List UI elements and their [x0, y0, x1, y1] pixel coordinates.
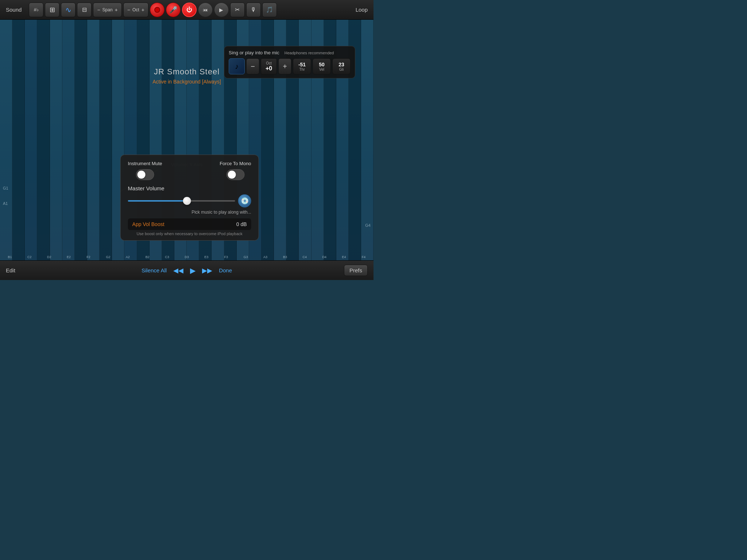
fast-forward-button[interactable]: ▶▶: [202, 267, 212, 275]
key-label: C4: [295, 255, 314, 259]
music-note-button[interactable]: 🎵: [262, 3, 277, 17]
record-icon: [154, 7, 160, 13]
mic-panel-header: Sing or play into the mic Headphones rec…: [229, 50, 351, 55]
app-vol-hint: Use boost only when necessary to overcom…: [128, 232, 251, 236]
instrument-mute-label: Instrument Mute: [128, 161, 162, 166]
microphone-small-icon: 🎙: [251, 7, 256, 13]
power-icon: ⏻: [186, 7, 192, 13]
key-label: E2: [59, 255, 79, 259]
grid-button[interactable]: ⊞: [45, 3, 59, 17]
key-col-7[interactable]: [75, 20, 87, 260]
instrument-mute-group: Instrument Mute: [128, 161, 162, 180]
key-label: F2: [79, 255, 98, 259]
mic-thr-display[interactable]: -51 Thr: [293, 58, 311, 74]
app-vol-value: 0 dB: [236, 221, 247, 227]
key-col-3[interactable]: [25, 20, 37, 260]
grid-icon: ⊞: [50, 6, 55, 14]
mic-oct-plus-button[interactable]: +: [278, 58, 291, 74]
key-label: B2: [138, 255, 157, 259]
mic-minus-icon: −: [251, 62, 255, 71]
key-label: G3: [236, 255, 256, 259]
mic-vel-value: 50: [319, 62, 325, 67]
pick-music-label[interactable]: Pick music to play along with...: [128, 210, 251, 215]
sharp-flat-icon: #♭: [34, 7, 39, 12]
power-button[interactable]: ⏻: [182, 3, 197, 17]
force-mono-knob: [228, 171, 236, 179]
mic-icon: 🎤: [169, 6, 177, 14]
mic-panel: Sing or play into the mic Headphones rec…: [224, 46, 355, 78]
key-col-4[interactable]: [37, 20, 50, 260]
mic-oct-display: Oct +0: [261, 58, 277, 74]
key-label: E4: [334, 255, 354, 259]
oct-control[interactable]: − Oct +: [123, 3, 148, 17]
key-label: B1: [0, 255, 20, 259]
skip-back-icon: ⏮: [203, 7, 208, 13]
layout-button[interactable]: ⊟: [77, 3, 92, 17]
force-mono-toggle[interactable]: [226, 169, 244, 180]
span-minus-icon: −: [97, 7, 100, 13]
pick-music-button[interactable]: 💿: [238, 194, 251, 207]
mic-music-button[interactable]: ♪: [229, 58, 245, 74]
silence-all-button[interactable]: Silence All: [142, 267, 167, 273]
master-volume-slider[interactable]: [128, 200, 235, 202]
mic-vel-label: Vel: [319, 67, 324, 71]
key-col-2[interactable]: [12, 20, 25, 260]
span-label: Span: [102, 7, 113, 12]
sound-label: Sound: [3, 5, 24, 14]
key-col-8[interactable]: [87, 20, 100, 260]
mic-gli-display[interactable]: 23 Gli: [332, 58, 351, 74]
piano-area[interactable]: JR Smooth Steel Active in Background [Al…: [0, 20, 374, 260]
play-transport-button[interactable]: ▶: [190, 266, 196, 275]
mic-oct-value: +0: [266, 65, 272, 72]
key-label: C2: [20, 255, 39, 259]
microphone-small-button[interactable]: 🎙: [246, 3, 261, 17]
prefs-button[interactable]: Prefs: [344, 265, 368, 276]
music-note-icon: 🎵: [266, 6, 273, 13]
key-col-9[interactable]: [100, 20, 112, 260]
mic-controls: ♪ − Oct +0 + -51 Thr 50 Vel 23 Gli: [229, 58, 351, 74]
left-label-g1: G1: [3, 186, 8, 190]
instrument-name: JR Smooth Steel: [152, 67, 221, 77]
master-volume-label: Master Volume: [128, 185, 251, 191]
key-col-1[interactable]: [0, 20, 12, 260]
span-minus-button[interactable]: − Span +: [93, 3, 121, 17]
edit-button[interactable]: Edit: [6, 267, 15, 273]
transport-area: Silence All ◀◀ ▶ ▶▶ Done: [142, 266, 232, 275]
curve-button[interactable]: ∿: [61, 3, 76, 17]
mic-thr-value: -51: [298, 62, 306, 67]
oct-plus-icon: +: [142, 7, 144, 13]
key-labels-row: B1 C2 D2 E2 F2 G2 A2 B2 C3 D3 E3 F3 G3 A…: [0, 255, 374, 259]
left-label-a1: A1: [3, 201, 8, 206]
scissors-button[interactable]: ✂: [230, 3, 245, 17]
key-label: G2: [98, 255, 118, 259]
master-volume-thumb[interactable]: [183, 197, 191, 205]
key-col-6[interactable]: [62, 20, 75, 260]
sharp-flat-button[interactable]: #♭: [29, 3, 43, 17]
mic-button[interactable]: 🎤: [166, 3, 181, 17]
key-label: A2: [118, 255, 138, 259]
key-label: A3: [256, 255, 275, 259]
play-button[interactable]: ▶: [214, 3, 229, 17]
volume-panel: Instrument Mute Force To Mono Master Vol…: [120, 155, 259, 241]
mic-oct-label: Oct: [266, 61, 272, 65]
oct-minus-icon: −: [127, 7, 130, 13]
loop-label: Loop: [353, 5, 371, 14]
instrument-title: JR Smooth Steel Active in Background [Al…: [152, 67, 221, 85]
mic-vel-display[interactable]: 50 Vel: [313, 58, 331, 74]
rewind-button[interactable]: ◀◀: [173, 267, 183, 275]
mic-plus-icon: +: [283, 62, 287, 71]
right-label-g4: G4: [365, 223, 371, 228]
record-button[interactable]: [150, 3, 165, 17]
mic-subtitle: Headphones recommended: [285, 51, 334, 55]
mic-oct-minus-button[interactable]: −: [246, 58, 259, 74]
curve-icon: ∿: [65, 5, 71, 14]
mic-thr-label: Thr: [299, 67, 305, 71]
skip-back-button[interactable]: ⏮: [198, 3, 213, 17]
done-button[interactable]: Done: [219, 267, 232, 273]
key-label: D4: [314, 255, 334, 259]
layout-icon: ⊟: [82, 6, 87, 13]
mic-gli-value: 23: [338, 62, 344, 67]
music-disc-icon: 💿: [241, 197, 249, 205]
key-col-5[interactable]: [50, 20, 62, 260]
instrument-mute-toggle[interactable]: [136, 169, 154, 180]
